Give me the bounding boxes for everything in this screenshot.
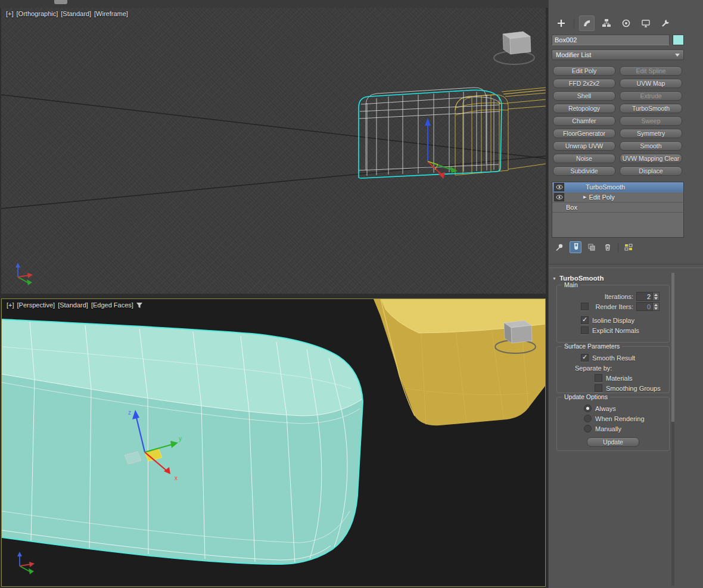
smooth-result-label: Smooth Result: [592, 354, 635, 362]
per-view-filter-icon[interactable]: [136, 302, 143, 309]
surface-parameters-group: Surface Parameters ✓ Smooth Result Separ…: [556, 346, 670, 393]
create-tab[interactable]: [553, 15, 569, 31]
visibility-eye-icon[interactable]: [554, 183, 564, 191]
render-iters-checkbox[interactable]: [581, 303, 589, 310]
gizmo-y-arrow[interactable]: [450, 166, 458, 173]
world-axis-tripod: [15, 263, 33, 285]
iterations-spinner[interactable]: 2: [636, 292, 660, 301]
viewport-top-strip: [0, 0, 548, 8]
spinner-arrows-icon[interactable]: [653, 292, 660, 301]
viewport-shading-menu[interactable]: [Wireframe]: [94, 10, 128, 17]
manually-label: Manually: [595, 425, 621, 433]
modifier-list-dropdown[interactable]: Modifier List: [552, 49, 684, 60]
render-iters-spinner[interactable]: 0: [636, 302, 660, 311]
page: [+] [Orthographic] [Standard] [Wireframe…: [0, 0, 703, 588]
materials-checkbox[interactable]: [595, 374, 602, 382]
modifier-button-shell[interactable]: Shell: [553, 91, 615, 101]
modifier-button-noise[interactable]: Noise: [553, 154, 615, 163]
scrollbar-thumb[interactable]: [671, 273, 674, 422]
axis-label-z: z: [128, 409, 131, 416]
modifier-stack: TurboSmooth ▶ Edit Poly Box: [552, 182, 684, 238]
isoline-display-checkbox[interactable]: ✓: [581, 316, 589, 324]
modifier-button-smooth[interactable]: Smooth: [620, 141, 682, 151]
stack-item-label: TurboSmooth: [586, 183, 625, 191]
stack-item-box[interactable]: Box: [552, 203, 683, 213]
main-group: Main Iterations: 2 Render Iters: 0 ✓ Iso…: [556, 285, 670, 343]
stack-item-edit-poly[interactable]: ▶ Edit Poly: [552, 192, 683, 203]
modifier-button-uvw-map[interactable]: UVW Map: [620, 79, 682, 88]
modifier-button-retopology[interactable]: Retopology: [553, 104, 615, 113]
motion-tab[interactable]: [618, 15, 634, 31]
viewport-pov-menu[interactable]: [Perspective]: [17, 301, 55, 309]
when-rendering-radio[interactable]: [584, 415, 592, 422]
viewport-standard-menu[interactable]: [Standard]: [58, 301, 88, 309]
modifier-button-uvw-mapping-clear[interactable]: UVW Mapping Clear: [620, 154, 682, 163]
show-end-result-button[interactable]: [570, 241, 581, 253]
display-tab[interactable]: [638, 15, 654, 31]
update-button[interactable]: Update: [587, 437, 639, 447]
modifier-button-subdivide[interactable]: Subdivide: [553, 166, 615, 176]
modifier-button-extrude[interactable]: Extrude: [620, 91, 682, 101]
shaded-box-teal-selected[interactable]: [2, 319, 363, 564]
pin-stack-button[interactable]: [553, 241, 565, 253]
configure-modifier-sets-button[interactable]: [623, 241, 634, 253]
check-icon: ✓: [582, 317, 587, 322]
explicit-normals-checkbox[interactable]: [581, 326, 589, 334]
iterations-value[interactable]: 2: [636, 292, 653, 301]
viewport-perspective[interactable]: [+] [Perspective] [Standard] [Edged Face…: [1, 298, 546, 587]
make-unique-button[interactable]: [586, 241, 598, 253]
hierarchy-tab[interactable]: [599, 15, 614, 31]
grid-lines: [1, 95, 546, 209]
collapsed-toolbar-handle[interactable]: [54, 0, 67, 4]
group-title: Main: [562, 281, 580, 288]
viewport-general-menu[interactable]: [+]: [6, 10, 14, 17]
rollout-scrollbar[interactable]: [671, 273, 674, 586]
modifier-button-turbosmooth[interactable]: TurboSmooth: [620, 104, 682, 113]
utilities-tab[interactable]: [658, 15, 673, 31]
viewport-pov-menu[interactable]: [Orthographic]: [17, 10, 58, 17]
modify-tab[interactable]: [579, 15, 595, 31]
command-panel-tabs: [553, 15, 673, 31]
panel-splitter[interactable]: [549, 264, 703, 268]
object-name-input[interactable]: [552, 35, 670, 45]
render-iters-value[interactable]: 0: [636, 302, 653, 311]
check-icon: ✓: [582, 354, 587, 360]
stack-item-label: Box: [566, 204, 577, 211]
modifier-button-unwrap-uvw[interactable]: Unwrap UVW: [553, 141, 615, 151]
modifier-button-sweep[interactable]: Sweep: [620, 116, 682, 126]
modifier-button-ffd[interactable]: FFD 2x2x2: [553, 79, 615, 88]
gizmo-z-arrow[interactable]: [425, 118, 431, 126]
smooth-result-checkbox[interactable]: ✓: [581, 354, 589, 362]
spinner-arrows-icon[interactable]: [653, 302, 660, 311]
modifier-button-edit-spline[interactable]: Edit Spline: [620, 66, 682, 76]
modifier-list-label: Modifier List: [556, 51, 591, 58]
stack-item-label: Edit Poly: [589, 194, 614, 201]
expand-arrow-icon[interactable]: ▶: [583, 195, 586, 200]
modifier-button-chamfer[interactable]: Chamfer: [553, 116, 615, 126]
motion-icon: [621, 18, 631, 28]
viewport-orthographic[interactable]: [+] [Orthographic] [Standard] [Wireframe…: [1, 8, 546, 294]
remove-modifier-button[interactable]: [602, 241, 614, 253]
iterations-label: Iterations:: [605, 293, 633, 300]
trash-icon: [603, 242, 612, 252]
chevron-down-icon: [675, 54, 680, 57]
group-title: Update Options: [562, 393, 610, 400]
modifier-button-edit-poly[interactable]: Edit Poly: [553, 66, 615, 76]
visibility-eye-icon[interactable]: [554, 193, 564, 201]
modifier-buttons-grid: Edit Poly Edit Spline FFD 2x2x2 UVW Map …: [553, 66, 682, 176]
modifier-button-floorgenerator[interactable]: FloorGenerator: [553, 129, 615, 138]
transform-gizmo[interactable]: [425, 118, 458, 179]
viewcube[interactable]: [494, 32, 534, 64]
viewport-shading-menu[interactable]: [Edged Faces]: [91, 301, 133, 309]
stack-item-turbosmooth[interactable]: TurboSmooth: [552, 182, 683, 192]
viewport-standard-menu[interactable]: [Standard]: [61, 10, 91, 17]
viewport-general-menu[interactable]: [+]: [7, 301, 14, 309]
smoothing-groups-checkbox[interactable]: [595, 384, 602, 392]
make-unique-icon: [587, 242, 596, 252]
smoothing-groups-label: Smoothing Groups: [606, 385, 661, 392]
modifier-button-symmetry[interactable]: Symmetry: [620, 129, 682, 138]
modifier-button-displace[interactable]: Displace: [620, 166, 682, 176]
manually-radio[interactable]: [584, 425, 592, 433]
object-color-swatch[interactable]: [673, 35, 684, 45]
always-radio[interactable]: [584, 405, 592, 412]
